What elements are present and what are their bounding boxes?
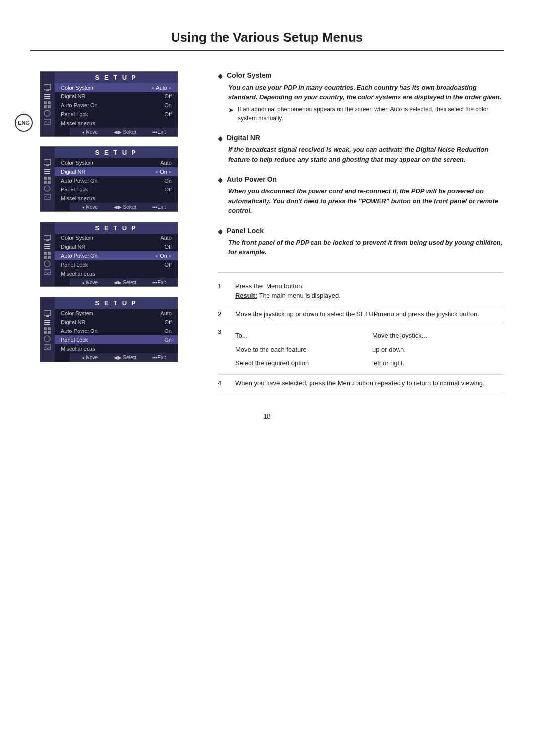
- step-1-content: Press the Menu button. Result: The main …: [235, 282, 504, 301]
- bullet-panel-lock: ◆: [218, 227, 223, 235]
- step-3-col1-0: To...: [235, 331, 367, 341]
- svg-rect-17: [48, 177, 51, 180]
- icon-grid1: [42, 100, 53, 109]
- svg-rect-2: [44, 94, 50, 95]
- bullet-color-system: ◆: [218, 72, 223, 80]
- icons-col-3: [40, 222, 55, 286]
- page-number: 18: [30, 412, 504, 420]
- svg-rect-30: [48, 256, 51, 259]
- section-note-color-system: ➤ If an abnormal phenomenon appears on t…: [228, 105, 504, 123]
- svg-point-9: [44, 110, 50, 116]
- section-digital-nr: ◆ Digital NR If the broadcast signal rec…: [218, 134, 504, 164]
- page-container: ENG Using the Various Setup Menus: [0, 0, 534, 756]
- setup-footer-1: ⬧ Move ◀▶ Select ▪▪▪Exit: [70, 128, 178, 136]
- section-desc-color-system: You can use your PDP in many countries. …: [228, 83, 504, 102]
- section-desc-digital-nr: If the broadcast signal received is weak…: [228, 145, 504, 164]
- setup-footer-3: ⬧ Move ◀▶ Select ▪▪▪Exit: [70, 278, 178, 286]
- svg-rect-12: [46, 165, 49, 166]
- step-2: 2 Move the joystick up or down to select…: [218, 305, 504, 324]
- step-3-col2-1: up or down.: [372, 345, 504, 355]
- setup-row-2-0: Color System Auto: [55, 158, 178, 167]
- setup-row-4-3: Panel Lock On: [55, 335, 178, 344]
- icon-grid4: [42, 326, 53, 334]
- svg-rect-25: [44, 246, 50, 247]
- step-3-col1-1: Move to the each feature: [235, 345, 367, 355]
- step-3-table-row-0: To... Move the joystick...: [235, 329, 504, 343]
- setup-header-2: S E T U P: [55, 147, 178, 158]
- icons-col-4: [40, 297, 55, 362]
- step-num-3: 3: [218, 327, 227, 370]
- icon-monitor: [42, 84, 53, 92]
- setup-row-4-2: Auto Power On On: [55, 327, 178, 335]
- svg-rect-29: [44, 256, 47, 259]
- icon-monitor-4: [42, 309, 53, 318]
- icon-grid3: [42, 251, 53, 259]
- bullet-auto-power-on: ◆: [218, 176, 223, 184]
- setup-row-1-1: Digital NR Off: [55, 92, 178, 101]
- svg-rect-19: [48, 181, 51, 184]
- icon-settings3: [42, 242, 53, 251]
- svg-rect-26: [44, 248, 50, 249]
- screenshots-column: S E T U P Color System ◂ Auto ▸ Digital …: [40, 71, 198, 392]
- main-layout: S E T U P Color System ◂ Auto ▸ Digital …: [40, 71, 504, 392]
- setup-row-3-4: Miscellaneous: [55, 269, 178, 278]
- section-title-panel-lock: Panel Lock: [227, 227, 264, 235]
- setup-row-1-3: Panel Lock Off: [55, 110, 178, 119]
- step-num-4: 4: [218, 378, 227, 388]
- step-1: 1 Press the Menu button. Result: The mai…: [218, 278, 504, 305]
- screenshot-1: S E T U P Color System ◂ Auto ▸ Digital …: [40, 71, 178, 137]
- setup-header-4: S E T U P: [55, 297, 178, 309]
- svg-rect-13: [44, 169, 50, 170]
- section-auto-power-on: ◆ Auto Power On When you disconnect the …: [218, 175, 504, 216]
- setup-row-3-2: Auto Power On ◂ On ▸: [55, 251, 178, 260]
- result-label-1: Result:: [235, 292, 257, 299]
- svg-rect-37: [44, 324, 50, 325]
- step-2-content: Move the joystick up or down to select t…: [235, 309, 504, 319]
- icon-image4: [42, 343, 53, 352]
- svg-rect-7: [44, 105, 47, 108]
- svg-rect-5: [44, 101, 47, 104]
- icon-monitor-3: [42, 234, 53, 242]
- icon-image2: [42, 193, 53, 201]
- step-3-col2-2: left or right.: [372, 358, 504, 368]
- step-4: 4 When you have selected, press the Menu…: [218, 375, 504, 393]
- setup-row-1-4: Miscellaneous: [55, 119, 178, 128]
- icon-circle2: [42, 185, 53, 193]
- screenshot-3-content: S E T U P Color System Auto Digital NR O…: [55, 222, 178, 286]
- section-desc-panel-lock: The front panel of the PDP can be locked…: [228, 238, 504, 257]
- setup-row-1-2: Auto Power On On: [55, 101, 178, 110]
- svg-rect-39: [48, 327, 51, 330]
- step-3-col1-2: Select the required option: [235, 358, 367, 368]
- svg-rect-0: [44, 85, 51, 90]
- note-arrow-1: ➤: [228, 105, 234, 123]
- setup-row-1-0: Color System ◂ Auto ▸: [55, 83, 178, 92]
- svg-rect-36: [44, 322, 50, 323]
- svg-rect-33: [44, 310, 51, 315]
- icon-circle1: [42, 109, 53, 118]
- svg-rect-38: [44, 327, 47, 330]
- icon-settings1: [42, 92, 53, 100]
- svg-rect-6: [48, 101, 51, 104]
- screenshot-2: S E T U P Color System Auto Digital NR ◂…: [40, 146, 178, 212]
- svg-rect-15: [44, 173, 50, 174]
- icon-circle4: [42, 335, 53, 343]
- svg-rect-23: [46, 240, 49, 241]
- section-desc-auto-power-on: When you disconnect the power cord and r…: [228, 187, 504, 216]
- setup-row-2-1: Digital NR ◂ On ▸: [55, 167, 178, 176]
- svg-rect-1: [46, 90, 49, 91]
- svg-rect-18: [44, 181, 47, 184]
- svg-rect-8: [48, 105, 51, 108]
- icon-settings2: [42, 167, 53, 176]
- screenshot-3: S E T U P Color System Auto Digital NR O…: [40, 222, 178, 287]
- setup-row-3-0: Color System Auto: [55, 234, 178, 242]
- svg-rect-34: [46, 316, 49, 317]
- step-num-1: 1: [218, 282, 227, 301]
- screenshot-2-content: S E T U P Color System Auto Digital NR ◂…: [55, 147, 178, 211]
- screenshot-1-content: S E T U P Color System ◂ Auto ▸ Digital …: [55, 72, 178, 136]
- setup-row-3-3: Panel Lock Off: [55, 260, 178, 269]
- step-3-content: To... Move the joystick... Move to the e…: [235, 327, 504, 370]
- step-3-col2-0: Move the joystick...: [372, 331, 504, 341]
- step-4-content: When you have selected, press the Menu b…: [235, 378, 504, 388]
- step-3-table-row-1: Move to the each feature up or down.: [235, 343, 504, 357]
- screenshot-4-content: S E T U P Color System Auto Digital NR O…: [55, 297, 178, 362]
